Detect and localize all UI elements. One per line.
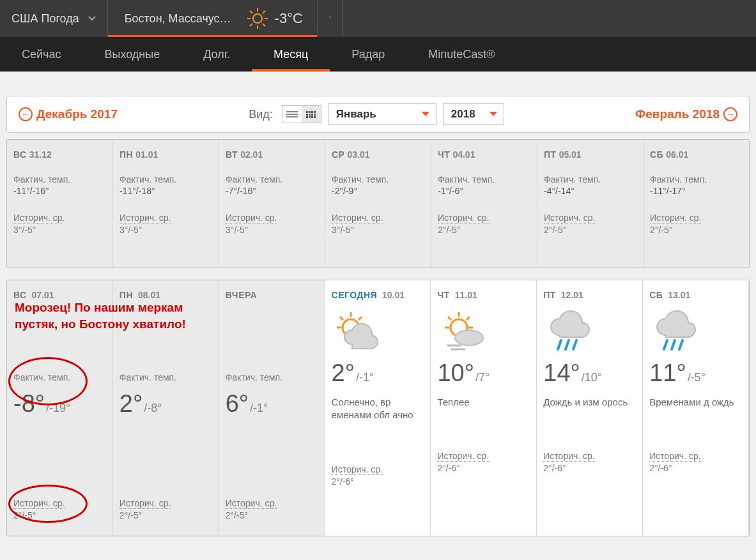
top-bar: США Погода Бостон, Массачус… -3°C [0, 0, 756, 37]
day-cell[interactable]: СР03.01 Фактич. темп. -2°/-9° Историч. с… [325, 140, 431, 268]
svg-line-29 [679, 340, 683, 349]
lo-temp: /-1° [356, 371, 374, 384]
location-selector[interactable]: Бостон, Массачус… [108, 0, 240, 37]
actual-temps: -11°/-18° [120, 186, 212, 196]
actual-temps: -2°/-9° [332, 186, 424, 196]
historic-label[interactable]: Историч. ср. [543, 451, 594, 462]
nav-tab-1[interactable]: Выходные [82, 37, 181, 72]
day-date: 11.01 [452, 290, 477, 300]
arrow-right-icon: → [723, 107, 737, 121]
day-cell[interactable]: ЧТ 11.0110°/7°ТеплееИсторич. ср.2°/-6° [431, 280, 537, 536]
historic-temps: 3°/-5° [120, 225, 212, 235]
historic-label[interactable]: Историч. ср. [437, 451, 488, 462]
day-cell[interactable]: СЕГОДНЯ 10.012°/-1°Солнечно, вр еменами … [325, 280, 431, 536]
actual-temps: -11°/-17° [650, 186, 743, 196]
day-of-week: ПН [120, 290, 133, 300]
hi-temp: 11° [649, 359, 686, 387]
day-label: СЕГОДНЯ [332, 290, 378, 300]
historic-label[interactable]: Историч. ср. [649, 451, 700, 462]
hi-temp: 2° [332, 359, 355, 387]
historic-label[interactable]: Историч. ср. [650, 213, 701, 223]
day-cell[interactable]: СБ 13.0111°/-5°Временами д ождьИсторич. … [643, 280, 749, 536]
calendar: ВС31.12 Фактич. темп. -11°/-16° Историч.… [6, 139, 750, 536]
nav-tab-3[interactable]: Месяц [252, 37, 330, 72]
chevron-down-icon [88, 16, 96, 21]
svg-line-5 [250, 11, 252, 13]
year-select[interactable]: 2018 [443, 103, 504, 125]
nav-tab-2[interactable]: Долг. [181, 37, 252, 72]
day-date: 01.01 [135, 149, 158, 160]
historic-label[interactable]: Историч. ср. [13, 213, 65, 223]
day-of-week: ПН [120, 149, 133, 160]
actual-temps: -7°/-16° [226, 186, 318, 196]
actual-temps: -1°/-6° [438, 186, 530, 196]
view-list-button[interactable] [282, 106, 302, 123]
current-temp: -3°C [275, 10, 303, 27]
actual-label: Фактич. темп. [226, 372, 318, 382]
actual-temps: -4°/-14° [544, 186, 636, 196]
historic-label[interactable]: Историч. ср. [120, 213, 171, 223]
day-date: 03.01 [347, 149, 369, 160]
nav-tab-5[interactable]: MinuteCast® [406, 37, 516, 72]
historic-label[interactable]: Историч. ср. [226, 213, 277, 223]
historic-temps: 2°/-5° [226, 510, 318, 520]
day-cell[interactable]: ВЧЕРАФактич. темп.6°/-1°Историч. ср.2°/-… [219, 280, 325, 536]
svg-line-20 [467, 317, 470, 320]
day-cell[interactable]: ЧТ04.01 Фактич. темп. -1°/-6° Историч. с… [431, 140, 537, 268]
conditions-text: Теплее [437, 396, 530, 409]
svg-line-13 [359, 317, 362, 320]
lo-temp: /-1° [250, 402, 268, 414]
current-conditions[interactable]: -3°C [240, 0, 317, 37]
day-cell[interactable]: ВТ02.01 Фактич. темп. -7°/-16° Историч. … [219, 140, 325, 268]
svg-point-21 [455, 330, 483, 345]
actual-label: Фактич. темп. [13, 174, 106, 185]
conditions-text: Временами д ождь [649, 396, 742, 409]
svg-line-8 [263, 11, 265, 13]
historic-label[interactable]: Историч. ср. [544, 213, 595, 223]
month-controls: ← Декабрь 2017 Вид: Январь 2018 Февраль … [6, 96, 750, 133]
svg-line-25 [566, 340, 569, 349]
historic-temps: 2°/-6° [332, 476, 424, 487]
location-label: Бостон, Массачус… [125, 12, 231, 26]
year-value: 2018 [451, 108, 475, 121]
day-cell[interactable]: ПН01.01 Фактич. темп. -11°/-18° Историч.… [113, 140, 219, 268]
expand-button[interactable] [317, 0, 343, 37]
day-cell[interactable]: ПТ 12.0114°/10°Дождь и изм оросьИсторич.… [537, 280, 643, 536]
view-label: Вид: [249, 108, 273, 121]
historic-label[interactable]: Историч. ср. [120, 498, 171, 509]
sun-icon [247, 8, 268, 29]
chevron-down-icon [490, 112, 497, 117]
next-month-link[interactable]: Февраль 2018 → [635, 107, 737, 121]
view-grid-button[interactable] [302, 106, 321, 123]
hi-temp: 10° [437, 359, 474, 387]
day-cell[interactable]: ВС31.12 Фактич. темп. -11°/-16° Историч.… [7, 140, 113, 268]
svg-line-6 [263, 24, 265, 26]
weather-icon [332, 305, 424, 359]
day-cell[interactable]: ПТ05.01 Фактич. темп. -4°/-14° Историч. … [537, 140, 644, 268]
country-selector[interactable]: США Погода [0, 0, 108, 37]
actual-label: Фактич. темп. [650, 174, 743, 185]
nav-tab-4[interactable]: Радар [330, 37, 406, 72]
historic-label[interactable]: Историч. ср. [438, 213, 489, 223]
view-toggle [282, 105, 321, 123]
day-date: 07.01 [29, 290, 54, 300]
month-select[interactable]: Январь [328, 103, 436, 125]
week-row: ВС 07.01Фактич. темп.-8°/-19°Историч. ср… [6, 280, 750, 536]
actual-label: Фактич. темп. [226, 174, 318, 185]
conditions-text: Дождь и изм орось [543, 396, 636, 409]
user-annotation-text: Морозец! По нашим меркампустяк, но Босто… [15, 299, 186, 332]
view-controls: Вид: Январь 2018 [249, 103, 504, 125]
day-cell[interactable]: СБ06.01 Фактич. темп. -11°/-17° Историч.… [644, 140, 749, 268]
day-of-week: СР [332, 149, 344, 160]
user-annotation-circle [8, 485, 88, 523]
historic-label[interactable]: Историч. ср. [226, 498, 277, 509]
historic-label[interactable]: Историч. ср. [332, 213, 383, 223]
nav-tab-0[interactable]: Сейчас [0, 37, 82, 72]
day-date: 06.01 [666, 149, 688, 160]
svg-point-0 [253, 14, 262, 23]
day-of-week: СБ [649, 290, 663, 300]
prev-month-link[interactable]: ← Декабрь 2017 [19, 107, 118, 121]
svg-line-26 [573, 340, 576, 349]
historic-label[interactable]: Историч. ср. [332, 464, 383, 475]
day-date: 05.01 [559, 149, 582, 160]
